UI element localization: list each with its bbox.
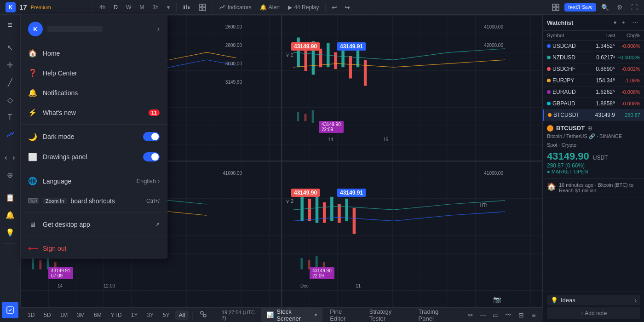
menu-item-whats-new[interactable]: ⚡ What's new 11 [21, 103, 167, 122]
drawing-tool-settings[interactable]: ⊟ [516, 309, 526, 321]
dot-usdchf [547, 67, 551, 71]
menu-item-home[interactable]: 🏠 Home [21, 43, 167, 63]
wl-item-nzdusd[interactable]: NZDUSD 0.6217³ +0.0043% [543, 52, 644, 63]
btc-detail-section: BTCUSDT ⊞ Bitcoin / TetherUS 🔗 · BINANCE… [543, 121, 644, 178]
menu-user-row[interactable]: K › [21, 15, 167, 43]
sidebar-item-text[interactable]: T [2, 109, 18, 126]
watchlist-add-btn[interactable]: + [618, 17, 628, 28]
time-all[interactable]: All [175, 310, 189, 320]
svg-rect-0 [184, 6, 185, 9]
sidebar-item-alerts[interactable]: 🔔 [2, 207, 18, 223]
chart-compare-btn[interactable] [196, 310, 210, 320]
svg-rect-5 [199, 8, 202, 11]
sidebar-sep1 [4, 36, 17, 36]
wl-item-gbpaud[interactable]: GBPAUD 1.8858⁹ -0.008% [543, 98, 644, 109]
menu-item-language[interactable]: 🌐 Language English › [21, 171, 167, 191]
wl-price-gbpaud: 1.8858⁹ [587, 100, 615, 107]
menu-item-keyboard-left: ⌨ Zoom In board shortcuts [28, 196, 115, 205]
menu-item-notifications[interactable]: 🔔 Notifications [21, 83, 167, 103]
menu-item-signout[interactable]: ⟵ Sign out [21, 238, 167, 258]
sidebar-item-measure[interactable]: ⟷ [2, 149, 18, 166]
wl-item-usdcad[interactable]: USDCAD 1.3452⁵ -0.006% [543, 40, 644, 52]
search-btn[interactable]: 🔍 [599, 1, 611, 13]
drawings-toggle[interactable] [143, 152, 160, 161]
menu-avatar: K [28, 22, 43, 36]
dark-mode-toggle[interactable] [143, 132, 160, 141]
time-ytd[interactable]: YTD [107, 310, 126, 320]
menu-item-drawings[interactable]: ⬜ Drawings panel [21, 147, 167, 167]
chart-type-btn[interactable] [179, 2, 194, 12]
fullscreen-btn[interactable]: ⛶ [628, 1, 640, 13]
tab-trading-panel[interactable]: Trading Panel [413, 306, 458, 322]
drawing-tool-path[interactable]: 〜 [503, 309, 514, 321]
bottom-sep1 [192, 311, 193, 319]
timeframe-3h[interactable]: 3h [149, 3, 162, 12]
sidebar-item-notes[interactable]: 📋 [2, 189, 18, 206]
svg-rect-45 [305, 114, 307, 121]
menu-item-dark-mode[interactable]: 🌙 Dark mode [21, 126, 167, 147]
chart-cell-br[interactable]: 43149.90 43149.91 Dec 11 41000.00 43149.… [282, 161, 543, 307]
drawing-tool-line[interactable]: — [478, 309, 489, 321]
news-item[interactable]: 🏠 16 minutes ago · Bitcoin (BTC) to Reac… [543, 178, 644, 197]
timeframe-m[interactable]: M [136, 3, 148, 12]
svg-rect-39 [334, 52, 337, 69]
wl-item-btcusdt-selected[interactable]: BTCUSDT 43149.9 280.87 [543, 109, 644, 121]
time-1d[interactable]: 1D [24, 310, 38, 320]
add-note-btn[interactable]: + Add note [547, 307, 640, 319]
sidebar-item-menu[interactable]: ≡ [2, 17, 18, 33]
indicators-btn[interactable]: Indicators [216, 3, 255, 12]
tab-stock-screener[interactable]: 📊 Stock Screener ▾ [261, 306, 322, 322]
layout-btn[interactable] [195, 2, 210, 12]
sidebar-item-indicators[interactable] [2, 126, 18, 143]
redo-btn[interactable]: ↪ [341, 1, 353, 13]
sidebar-item-crosshair[interactable]: ✛ [2, 57, 18, 73]
chart-cell-tr[interactable]: 43149.90 43149.91 14 15 41000.00 42000.0… [282, 15, 543, 161]
time-5y[interactable]: 5Y [159, 310, 173, 320]
timeframe-dropdown[interactable]: ▾ [163, 3, 173, 12]
timeframe-d[interactable]: D [110, 3, 121, 12]
alert-btn[interactable]: 🔔 Alert [256, 3, 284, 12]
timeframe-4h[interactable]: 4h [96, 3, 109, 12]
camera-icon-br[interactable]: 📷 [493, 296, 501, 303]
sidebar-item-cursor[interactable]: ↖ [2, 39, 18, 56]
svg-rect-65 [338, 204, 340, 223]
drawing-tool-rect[interactable]: ▭ [490, 309, 501, 321]
replay-btn[interactable]: ▶ 44 Replay [284, 3, 322, 12]
menu-item-keyboard[interactable]: ⌨ Zoom In board shortcuts Ctrl+/ [21, 191, 167, 211]
timeframe-w[interactable]: W [122, 3, 135, 12]
user-btn[interactable]: test3 Save [564, 3, 596, 12]
wl-item-euraud[interactable]: EURAUD 1.6262⁵ -0.008% [543, 86, 644, 98]
time-1m[interactable]: 1M [57, 310, 72, 320]
sidebar-item-shapes[interactable]: ◇ [2, 92, 18, 108]
time-1y[interactable]: 1Y [127, 310, 142, 320]
wl-symbol-gbpaud: GBPAUD [547, 100, 587, 107]
tab-strategy-tester[interactable]: Strategy Tester [364, 306, 411, 322]
watchlist-menu-btn[interactable]: ⋯ [630, 17, 640, 28]
menu-item-help[interactable]: ❓ Help Center [21, 63, 167, 83]
wl-item-eurjpy[interactable]: EURJPY 154.34⁶ -1.06% [543, 75, 644, 86]
drawing-tool-filter[interactable]: ≡ [529, 309, 539, 321]
multi-layout-btn[interactable] [550, 1, 562, 13]
tab-pine-editor[interactable]: Pine Editor [324, 306, 362, 322]
time-5d[interactable]: 5D [40, 310, 54, 320]
stock-screener-icon: 📊 [266, 311, 274, 318]
col-symbol: Symbol [547, 33, 587, 38]
sidebar-item-strategy[interactable] [2, 302, 18, 318]
wl-item-usdchf[interactable]: USDCHF 0.8690⁵ -0.002% [543, 63, 644, 75]
menu-item-desktop[interactable]: 🖥 Get desktop app ↗ [21, 215, 167, 234]
svg-rect-46 [312, 110, 314, 123]
time-3y[interactable]: 3Y [143, 310, 157, 320]
time-6m[interactable]: 6M [90, 310, 105, 320]
sidebar-item-draw[interactable]: ╱ [2, 74, 18, 91]
logo-premium: Premium [31, 5, 51, 10]
sidebar-item-ideas[interactable]: 💡 [2, 224, 18, 241]
market-open-status: ● MARKET OPEN [547, 169, 640, 174]
time-3m[interactable]: 3M [73, 310, 88, 320]
ideas-btn[interactable]: 💡 Ideas › [547, 295, 640, 305]
undo-btn[interactable]: ↩ [328, 1, 340, 13]
replay-label: 44 Replay [294, 4, 319, 11]
btc-layout-btn[interactable]: ⊞ [587, 125, 592, 132]
settings-btn[interactable]: ⚙ [614, 1, 626, 13]
sidebar-item-zoom[interactable]: ⊕ [2, 167, 18, 183]
drawing-tool-pen[interactable]: ✏ [465, 309, 476, 321]
